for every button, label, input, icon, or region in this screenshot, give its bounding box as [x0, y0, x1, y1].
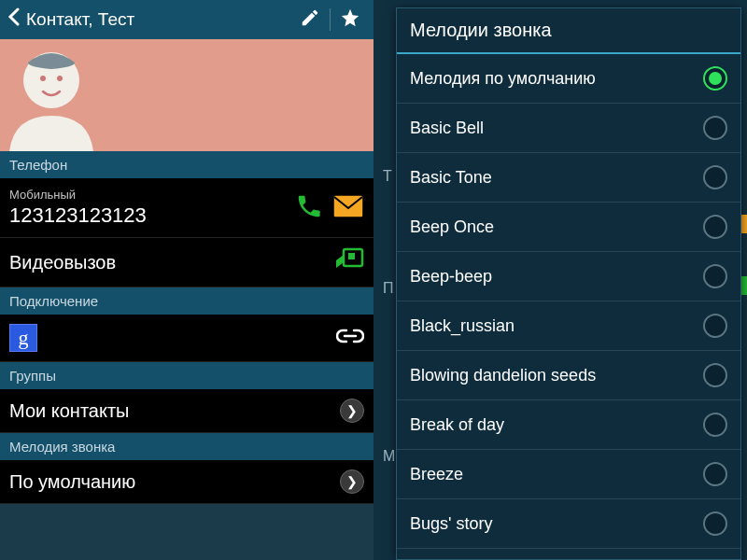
contact-detail-pane: Контакт, Тест Телефон Мобильный 12312312…	[0, 0, 374, 560]
ringtone-option[interactable]: Beep-beep	[397, 252, 740, 301]
back-chevron-icon[interactable]	[4, 7, 24, 32]
radio-icon[interactable]	[703, 363, 727, 387]
svg-rect-5	[348, 253, 355, 259]
connection-row[interactable]: g	[0, 315, 374, 362]
ringtone-option-label: Beep-beep	[410, 267, 703, 287]
groups-row[interactable]: Мои контакты ❯	[0, 389, 374, 433]
titlebar: Контакт, Тест	[0, 0, 374, 39]
radio-icon[interactable]	[703, 66, 727, 91]
video-call-label: Видеовызов	[9, 252, 323, 273]
section-header-groups: Группы	[0, 362, 374, 389]
radio-icon[interactable]	[703, 413, 727, 437]
radio-icon[interactable]	[703, 462, 727, 486]
chevron-right-icon[interactable]: ❯	[323, 469, 364, 494]
ringtone-option[interactable]: Мелодия по умолчанию	[397, 54, 740, 104]
edit-icon[interactable]	[290, 7, 330, 33]
google-icon: g	[9, 324, 37, 352]
ringtone-option[interactable]: Basic Tone	[397, 153, 740, 203]
call-icon[interactable]	[282, 192, 323, 224]
section-header-phone: Телефон	[0, 151, 374, 178]
video-call-row[interactable]: Видеовызов	[0, 238, 374, 287]
groups-value: Мои контакты	[9, 400, 323, 422]
ringtone-option-label: Black_russian	[410, 316, 703, 336]
ringtone-option-label: Bugs' story	[410, 514, 703, 534]
ringtone-value: По умолчанию	[9, 471, 323, 493]
svg-rect-3	[333, 195, 363, 217]
ringtone-option[interactable]: Black_russian	[397, 301, 740, 351]
svg-point-1	[40, 76, 46, 81]
ringtone-option-label: Basic Tone	[410, 168, 703, 188]
phone-number: 123123123123	[9, 203, 282, 228]
chevron-right-icon[interactable]: ❯	[323, 399, 364, 423]
ringtone-option[interactable]: Breeze	[397, 450, 740, 499]
ringtone-option[interactable]: Basic Bell	[397, 104, 740, 153]
ringtone-option[interactable]: Blowing dandelion seeds	[397, 351, 740, 400]
contact-avatar[interactable]	[0, 39, 374, 151]
section-header-connection: Подключение	[0, 287, 374, 315]
page-title: Контакт, Тест	[24, 9, 290, 30]
link-icon[interactable]	[323, 328, 364, 348]
ringtone-option-label: Blowing dandelion seeds	[410, 366, 703, 385]
ringtone-option-label: Breeze	[410, 465, 703, 484]
radio-icon[interactable]	[703, 165, 727, 189]
sms-icon[interactable]	[323, 194, 364, 222]
ringtone-option-label: Beep Once	[410, 217, 703, 237]
ringtone-row[interactable]: По умолчанию ❯	[0, 460, 374, 504]
ringtone-option-label: Break of day	[410, 415, 703, 435]
phone-row[interactable]: Мобильный 123123123123	[0, 178, 374, 238]
ringtone-option-label: Basic Bell	[410, 119, 703, 138]
ringtone-option[interactable]: Bugs' story	[397, 499, 740, 549]
ringtone-option[interactable]: Beep Once	[397, 203, 740, 252]
radio-icon[interactable]	[703, 215, 727, 239]
phone-type-label: Мобильный	[9, 188, 282, 202]
ringtone-options-list: Мелодия по умолчаниюBasic BellBasic Tone…	[397, 54, 740, 559]
ringtone-option[interactable]: Break of day	[397, 400, 740, 450]
radio-icon[interactable]	[703, 511, 727, 536]
dialog-title: Мелодии звонка	[397, 8, 740, 54]
radio-icon[interactable]	[703, 116, 727, 140]
favorite-star-icon[interactable]	[331, 7, 370, 33]
video-call-icon[interactable]	[323, 247, 364, 277]
ringtone-picker-pane: Т П М Мелодии звонка Мелодия по умолчани…	[374, 0, 747, 560]
svg-point-2	[57, 76, 63, 81]
section-header-ringtone: Мелодия звонка	[0, 433, 374, 460]
ringtone-dialog: Мелодии звонка Мелодия по умолчаниюBasic…	[396, 7, 741, 560]
radio-icon[interactable]	[703, 264, 727, 288]
ringtone-option-label: Мелодия по умолчанию	[410, 69, 703, 89]
radio-icon[interactable]	[703, 314, 727, 338]
